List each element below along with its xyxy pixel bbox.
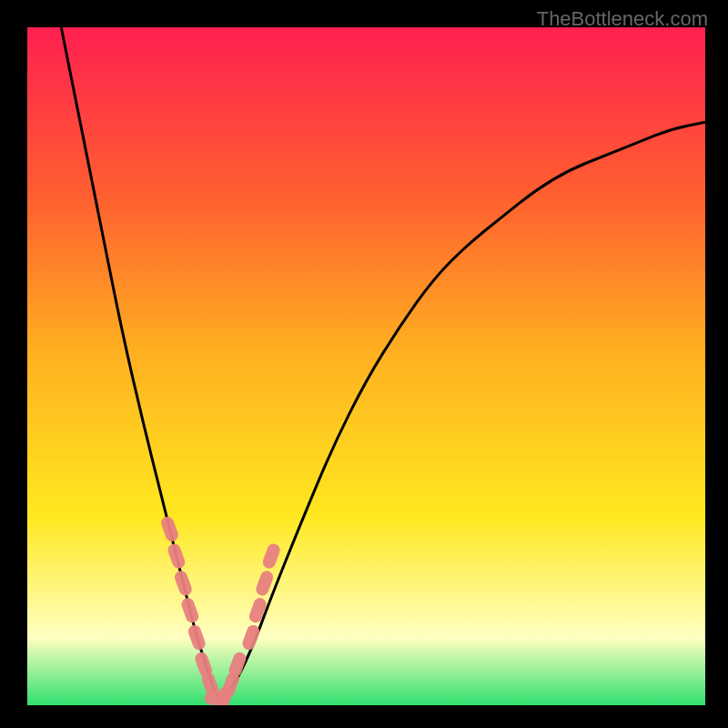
curve-layer bbox=[27, 27, 705, 705]
bottleneck-curve bbox=[61, 27, 705, 696]
chart-container: TheBottleneck.com bbox=[0, 0, 728, 728]
data-point-marker bbox=[179, 596, 200, 624]
watermark: TheBottleneck.com bbox=[537, 7, 708, 31]
data-point-marker bbox=[173, 569, 194, 597]
data-point-marker bbox=[261, 542, 282, 571]
data-point-marker bbox=[167, 542, 187, 571]
data-point-marker bbox=[240, 623, 261, 652]
data-point-marker bbox=[159, 515, 180, 543]
data-point-marker bbox=[187, 623, 207, 652]
